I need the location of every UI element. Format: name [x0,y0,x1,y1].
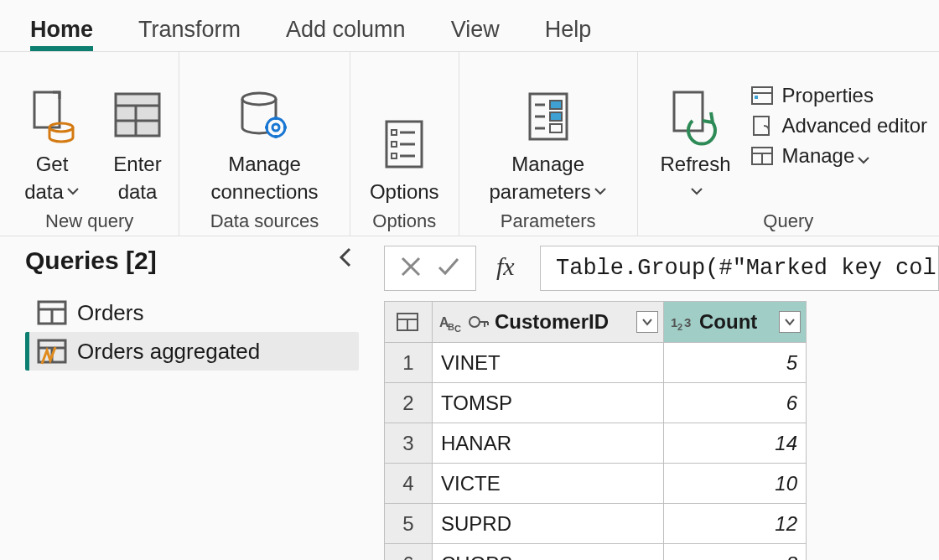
filter-customerid-button[interactable] [636,311,658,333]
parameters-icon [523,87,573,146]
tab-bar: Home Transform Add column View Help [0,0,939,52]
table-icon [37,298,67,327]
cell-customerid[interactable]: SUPRD [433,504,664,544]
svg-text:2: 2 [677,322,682,332]
svg-rect-0 [34,92,60,127]
formula-bar: fx Table.Group(#"Marked key colu [384,246,939,291]
data-grid: ABC CustomerID 123 Count [384,301,807,560]
cell-count[interactable]: 6 [664,383,807,423]
options-list-icon [381,115,427,174]
tab-view[interactable]: View [451,17,500,51]
apply-formula-button[interactable] [437,256,460,282]
grid-pane: fx Table.Group(#"Marked key colu [384,237,939,560]
svg-rect-14 [392,130,397,135]
cell-customerid[interactable]: VINET [433,343,664,383]
row-index[interactable]: 5 [385,504,433,544]
row-index[interactable]: 4 [385,464,433,504]
manage-table-icon [750,144,776,168]
ribbon-group-data-sources: Manage connections Data sources [179,52,350,236]
filter-count-button[interactable] [779,311,801,333]
svg-point-50 [470,317,480,327]
svg-rect-23 [550,124,562,132]
cell-customerid[interactable]: VICTE [433,464,664,504]
svg-text:fx: fx [496,252,515,280]
properties-button[interactable]: Properties [750,84,927,107]
refresh-button[interactable]: Refresh [650,84,742,205]
group-label-new-query: New query [12,205,167,236]
group-label-data-sources: Data sources [191,205,337,236]
formula-input[interactable]: Table.Group(#"Marked key colu [540,246,939,291]
column-header-count[interactable]: 123 Count [664,302,807,343]
formula-text: Table.Group(#"Marked key colu [556,256,939,281]
key-icon [468,312,490,332]
chevron-left-icon [337,246,354,269]
cell-customerid[interactable]: HANAR [433,423,664,464]
options-button[interactable]: Options [366,111,443,205]
group-label-options: Options [362,205,447,236]
column-header-customerid[interactable]: ABC CustomerID [433,302,664,343]
fx-icon: fx [496,251,530,282]
cell-customerid[interactable]: CHOPS [433,544,664,560]
cell-count[interactable]: 14 [664,423,807,464]
tab-home[interactable]: Home [30,17,93,51]
enter-data-button[interactable]: Enter data [97,84,178,205]
content-area: Queries [2] Orders Orders aggregated [0,237,939,560]
row-index[interactable]: 2 [385,383,433,423]
number-type-icon: 123 [671,312,694,332]
enter-data-icon [111,87,164,146]
svg-rect-2 [116,94,159,136]
advanced-editor-button[interactable]: Advanced editor [750,114,927,137]
group-label-query: Query [650,205,927,236]
cell-count[interactable]: 5 [664,343,807,383]
refresh-icon [669,87,723,146]
svg-rect-18 [392,153,397,158]
svg-point-7 [267,118,285,137]
query-item-label: Orders aggregated [77,339,260,365]
cell-count[interactable]: 8 [664,544,807,560]
svg-rect-21 [550,101,562,109]
row-index[interactable]: 3 [385,423,433,464]
cancel-formula-button[interactable] [400,256,422,282]
ribbon-group-query: Refresh Properties Advanced ed [638,52,939,236]
group-label-parameters: Parameters [471,205,625,236]
manage-connections-button[interactable]: Manage connections [191,84,337,205]
get-data-icon [28,87,76,146]
tab-add-column[interactable]: Add column [286,17,406,51]
ribbon-group-new-query: Get data Enter data New query [0,52,179,236]
ribbon-group-parameters: Manage parameters Parameters [459,52,638,236]
text-type-icon: ABC [439,312,463,332]
queries-title: Queries [2] [25,246,157,275]
fx-button[interactable]: fx [486,251,540,286]
svg-rect-22 [550,112,562,121]
collapse-queries-button[interactable] [332,246,359,275]
cell-count[interactable]: 10 [664,464,807,504]
cell-count[interactable]: 12 [664,504,807,544]
advanced-editor-icon [750,114,776,137]
get-data-button[interactable]: Get data [12,84,92,205]
chevron-down-icon [641,318,653,326]
table-fx-icon [37,337,67,366]
svg-text:C: C [454,324,461,332]
check-icon [437,256,460,277]
queries-pane: Queries [2] Orders Orders aggregated [0,237,384,560]
manage-parameters-button[interactable]: Manage parameters [471,84,625,205]
chevron-down-icon [784,318,796,326]
svg-text:B: B [448,322,454,332]
manage-button[interactable]: Manage [750,144,927,168]
x-icon [400,256,422,277]
svg-point-6 [242,93,276,105]
tab-help[interactable]: Help [545,17,592,51]
svg-text:3: 3 [684,315,691,329]
query-item-orders[interactable]: Orders [25,293,359,332]
query-item-orders-aggregated[interactable]: Orders aggregated [25,332,359,371]
grid-corner-button[interactable] [385,302,433,343]
tab-transform[interactable]: Transform [138,17,241,51]
query-item-label: Orders [77,300,143,326]
table-menu-icon [396,310,421,334]
row-index[interactable]: 1 [385,343,433,383]
cell-customerid[interactable]: TOMSP [433,383,664,423]
svg-rect-30 [755,96,758,99]
properties-icon [750,84,776,107]
row-index[interactable]: 6 [385,544,433,560]
database-gear-icon [236,87,294,146]
